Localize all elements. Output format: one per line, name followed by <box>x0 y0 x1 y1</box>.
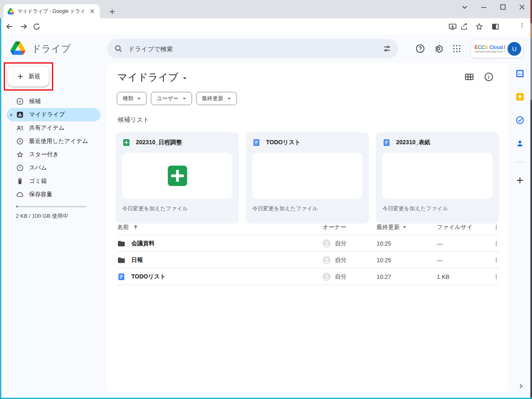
sidebar-item-label: 候補 <box>29 98 41 105</box>
expander-icon[interactable] <box>10 113 13 117</box>
storage-progress-used <box>16 206 18 207</box>
sidebar-item-label: ゴミ箱 <box>29 177 47 185</box>
page-title-row[interactable]: マイドライブ <box>117 71 187 84</box>
back-button[interactable] <box>5 22 14 31</box>
chevron-down-icon <box>137 97 141 101</box>
starred-icon <box>16 150 24 159</box>
column-owner[interactable]: オーナー <box>323 224 346 231</box>
sidebar-item-trash[interactable]: ゴミ箱 <box>7 175 101 188</box>
sidebar-item-label: マイドライブ <box>29 111 65 118</box>
info-details-icon[interactable] <box>483 71 494 82</box>
tasks-icon[interactable] <box>515 115 525 125</box>
table-row[interactable]: 会議資料 自分 10:25 — <box>117 235 500 252</box>
sort-ascending-icon[interactable] <box>133 224 138 230</box>
share-icon[interactable] <box>460 22 469 31</box>
tab-close-icon[interactable] <box>89 8 96 15</box>
window-close-button[interactable] <box>517 2 527 12</box>
drive-search-bar[interactable] <box>107 39 398 58</box>
expand-side-panel-icon[interactable] <box>517 382 525 390</box>
calendar-icon[interactable]: 31 <box>515 69 525 79</box>
install-app-icon[interactable] <box>448 22 457 31</box>
reload-button[interactable] <box>32 22 41 31</box>
header-more-icon[interactable] <box>493 224 500 231</box>
chevron-down-icon <box>227 97 231 101</box>
browser-toolbar: drive.google.com/drive/my-drive U <box>0 18 532 35</box>
browser-menu-icon[interactable] <box>519 22 525 31</box>
table-row[interactable]: 日報 自分 10:25 — <box>117 252 500 268</box>
card-caption: 今日変更を加えたファイル <box>122 205 232 212</box>
browser-tab[interactable]: マイドライブ - Google ドライブ <box>3 4 100 18</box>
modified-dropdown-icon[interactable] <box>403 225 406 229</box>
help-icon[interactable] <box>415 43 426 54</box>
card-title: TODOリスト <box>266 139 300 146</box>
grid-view-toggle-icon[interactable] <box>464 71 475 82</box>
column-modified[interactable]: 最終更新 <box>377 224 400 231</box>
forward-button[interactable] <box>19 22 28 31</box>
tab-title: マイドライブ - Google ドライブ <box>17 8 86 15</box>
contacts-icon[interactable] <box>515 138 525 148</box>
sidebar-item-spam[interactable]: スパム <box>7 161 101 175</box>
screen-border-left <box>0 18 1 399</box>
sidebar-item-suggested[interactable]: 候補 <box>7 95 101 108</box>
folder-file-icon <box>117 256 126 264</box>
suggestion-card[interactable]: 202310_日程調整 今日変更を加えたファイル <box>116 132 239 224</box>
sidebar-item-label: 共有アイテム <box>29 124 64 132</box>
settings-gear-icon[interactable] <box>433 43 444 54</box>
search-options-icon[interactable] <box>382 44 392 53</box>
side-panel-rail: 31 <box>515 69 525 185</box>
file-modified: 10:25 <box>377 257 391 264</box>
drive-logo-icon[interactable] <box>10 42 25 55</box>
column-size[interactable]: ファイルサイ <box>437 224 473 230</box>
filter-chip[interactable]: 種類 <box>117 92 147 105</box>
sidebar-item-label: スター付き <box>29 151 59 158</box>
filter-chip-label: 最終更新 <box>202 95 224 102</box>
eccs-logo: ECCS Cloud Mail Information Technology C… <box>475 45 505 53</box>
suggestion-card[interactable]: TODOリスト 今日変更を加えたファイル <box>246 132 369 224</box>
sidebar-item-mydrive[interactable]: マイドライブ <box>7 108 101 121</box>
suggested-icon <box>16 97 24 106</box>
search-input[interactable] <box>128 45 377 52</box>
sidebar-item-shared[interactable]: 共有アイテム <box>7 121 101 135</box>
title-caret-icon[interactable] <box>182 76 187 81</box>
card-thumbnail <box>252 153 362 199</box>
owner-avatar <box>323 239 331 248</box>
sidebar-item-recent[interactable]: 最近使用したアイテム <box>7 135 101 148</box>
filter-chip[interactable]: 最終更新 <box>196 92 237 105</box>
table-header: 名前 オーナー 最終更新 ファイルサイ <box>117 219 500 235</box>
page-title: マイドライブ <box>117 71 178 84</box>
window-maximize-button[interactable] <box>498 2 508 12</box>
drive-account-avatar[interactable]: U <box>507 42 521 56</box>
row-more-icon[interactable] <box>493 273 500 280</box>
recent-icon <box>16 137 24 145</box>
new-tab-button[interactable] <box>107 7 117 17</box>
doc-file-icon <box>382 138 391 147</box>
filter-chips: 種類 ユーザー 最終更新 <box>117 92 237 105</box>
suggestion-card[interactable]: 202310_表紙 今日変更を加えたファイル <box>376 132 499 224</box>
window-minimize-button[interactable] <box>479 2 489 12</box>
account-badge[interactable]: ECCS Cloud Mail Information Technology C… <box>471 39 523 58</box>
eccs-subtext: Information Technology Center, The Unive… <box>475 50 505 53</box>
drive-app: ドライブ ECCS Cloud Mail Information Technol… <box>0 35 532 399</box>
tab-search-chevron-icon[interactable] <box>460 2 470 12</box>
column-name[interactable]: 名前 <box>117 224 129 231</box>
google-apps-grid-icon[interactable] <box>451 43 462 54</box>
row-more-icon[interactable] <box>493 240 500 247</box>
row-more-icon[interactable] <box>493 257 500 264</box>
sidebar-item-storage[interactable]: 保存容量 <box>7 188 101 201</box>
file-size: 1 KB <box>437 273 449 280</box>
side-panel-icon[interactable] <box>491 22 500 31</box>
file-name: 日報 <box>131 256 143 264</box>
add-side-panel-app-icon[interactable] <box>515 175 525 185</box>
chevron-down-icon <box>182 97 186 101</box>
sidebar-item-label: スパム <box>29 164 47 172</box>
doc-file-icon <box>252 138 261 147</box>
keep-icon[interactable] <box>515 92 525 102</box>
sidebar-item-starred[interactable]: スター付き <box>7 148 101 161</box>
table-row[interactable]: TODOリスト 自分 10:27 1 KB <box>117 268 500 285</box>
card-title: 202310_表紙 <box>396 139 431 146</box>
rail-divider <box>515 162 525 162</box>
bookmark-star-icon[interactable] <box>475 22 484 31</box>
file-owner: 自分 <box>335 256 347 264</box>
file-name: 会議資料 <box>131 240 155 247</box>
filter-chip[interactable]: ユーザー <box>151 92 192 105</box>
